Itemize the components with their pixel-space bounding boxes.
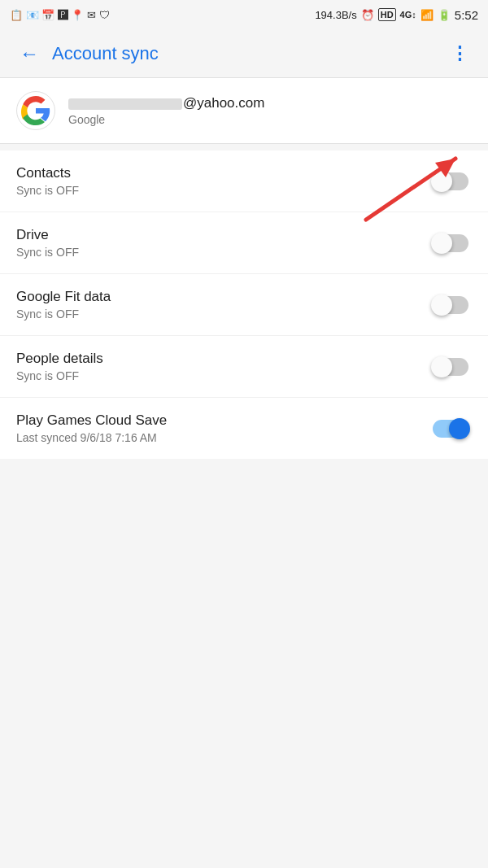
account-provider: Google [68, 113, 264, 126]
sync-item: ContactsSync is OFF [0, 150, 488, 212]
battery-icon: 🔋 [438, 9, 451, 21]
account-info: @yahoo.com Google [68, 95, 264, 126]
bottom-space [0, 459, 488, 703]
sync-list: ContactsSync is OFFDriveSync is OFFGoogl… [0, 150, 488, 459]
sync-toggle[interactable] [429, 169, 472, 194]
toggle-thumb [449, 418, 470, 439]
sync-toggle[interactable] [429, 231, 472, 255]
time-display: 5:52 [455, 8, 478, 22]
signal-icon: 📶 [420, 9, 434, 21]
sync-item-title: Drive [16, 227, 79, 243]
email-blur [68, 98, 182, 110]
sync-item-text: Google Fit dataSync is OFF [16, 289, 111, 321]
sync-toggle[interactable] [429, 355, 472, 379]
status-right: 194.3B/s ⏰ HD 4G↕ 📶 🔋 5:52 [315, 8, 478, 22]
toggle-thumb [431, 171, 452, 192]
app-bar: ← Account sync ⋮ [0, 29, 488, 78]
toggle-thumb [431, 356, 452, 377]
account-email: @yahoo.com [68, 95, 264, 111]
status-bar: 📋 📧 📅 🅿 📍 ✉ 🛡 194.3B/s ⏰ HD 4G↕ 📶 🔋 5:52 [0, 0, 488, 29]
account-section: @yahoo.com Google [0, 78, 488, 144]
network-icon: 4G↕ [400, 10, 416, 20]
sync-item-subtitle: Last synced 9/6/18 7:16 AM [16, 431, 167, 444]
alarm-icon: ⏰ [361, 9, 374, 21]
status-icons: 📋 📧 📅 🅿 📍 ✉ 🛡 [10, 9, 110, 21]
sync-item: Google Fit dataSync is OFF [0, 274, 488, 336]
back-button[interactable]: ← [13, 37, 46, 70]
page-title: Account sync [52, 43, 442, 64]
sync-toggle[interactable] [429, 417, 472, 441]
toggle-thumb [431, 233, 452, 254]
hd-icon: HD [378, 8, 396, 21]
sync-item-subtitle: Sync is OFF [16, 369, 103, 382]
sync-item: Play Games Cloud SaveLast synced 9/6/18 … [0, 398, 488, 459]
sync-item-title: Contacts [16, 165, 79, 181]
toggle-thumb [431, 294, 452, 316]
sync-item-title: Play Games Cloud Save [16, 412, 167, 429]
sync-item-text: Play Games Cloud SaveLast synced 9/6/18 … [16, 412, 167, 444]
more-icon: ⋮ [451, 45, 468, 63]
sync-item-subtitle: Sync is OFF [16, 246, 79, 259]
sync-item-text: DriveSync is OFF [16, 227, 79, 259]
sync-item-title: People details [16, 351, 103, 367]
sync-item-text: ContactsSync is OFF [16, 165, 79, 197]
sync-item-text: People detailsSync is OFF [16, 351, 103, 382]
sync-item-subtitle: Sync is OFF [16, 308, 111, 321]
more-options-button[interactable]: ⋮ [442, 37, 475, 70]
notification-icons: 📋 📧 📅 🅿 📍 ✉ 🛡 [10, 9, 110, 21]
email-suffix: @yahoo.com [183, 95, 264, 111]
sync-item: DriveSync is OFF [0, 212, 488, 274]
sync-item-subtitle: Sync is OFF [16, 184, 79, 197]
sync-toggle[interactable] [429, 293, 472, 317]
back-arrow-icon: ← [20, 42, 39, 65]
sync-item: People detailsSync is OFF [0, 336, 488, 398]
google-logo [16, 91, 55, 130]
network-speed: 194.3B/s [315, 9, 356, 21]
sync-item-title: Google Fit data [16, 289, 111, 305]
